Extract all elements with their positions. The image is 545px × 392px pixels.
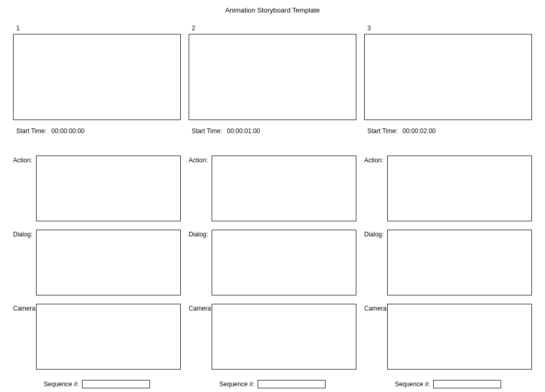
action-input[interactable]	[36, 156, 181, 221]
sequence-row: Sequence #:	[364, 380, 532, 388]
dialog-label: Dialog:	[189, 230, 212, 238]
camera-label: Camera:	[13, 304, 36, 312]
dialog-label: Dialog:	[364, 230, 387, 238]
panel-frame-input[interactable]	[13, 34, 181, 120]
action-input[interactable]	[212, 156, 356, 221]
sequence-input[interactable]	[433, 380, 501, 388]
dialog-row: Dialog:	[364, 230, 532, 295]
storyboard-column-1: 1 Start Time: 00:00:00:00 Action: Dialog…	[13, 25, 181, 388]
dialog-input[interactable]	[36, 230, 181, 295]
storyboard-columns: 1 Start Time: 00:00:00:00 Action: Dialog…	[5, 25, 540, 388]
start-time-value: 00:00:00:00	[51, 127, 84, 135]
action-row: Action:	[364, 156, 532, 221]
panel-frame-input[interactable]	[364, 34, 532, 120]
start-time-label: Start Time:	[367, 127, 398, 135]
start-time-value: 00:00:02:00	[402, 127, 435, 135]
camera-row: Camera:	[13, 304, 181, 370]
panel-number: 3	[367, 25, 532, 32]
dialog-input[interactable]	[387, 230, 532, 295]
storyboard-column-2: 2 Start Time: 00:00:01:00 Action: Dialog…	[189, 25, 356, 388]
panel-frame-input[interactable]	[189, 34, 356, 120]
camera-input[interactable]	[36, 304, 181, 370]
dialog-label: Dialog:	[13, 230, 36, 238]
action-row: Action:	[13, 156, 181, 221]
action-input[interactable]	[387, 156, 532, 221]
dialog-row: Dialog:	[189, 230, 356, 295]
camera-label: Camera:	[189, 304, 212, 312]
action-label: Action:	[364, 156, 387, 164]
start-time-value: 00:00:01:00	[227, 127, 260, 135]
sequence-label: Sequence #:	[44, 381, 79, 388]
dialog-row: Dialog:	[13, 230, 181, 295]
start-time-row: Start Time: 00:00:00:00	[16, 127, 181, 135]
page-title: Animation Storyboard Template	[5, 6, 540, 14]
start-time-row: Start Time: 00:00:01:00	[192, 127, 356, 135]
panel-number: 2	[192, 25, 356, 32]
sequence-row: Sequence #:	[13, 380, 181, 388]
action-label: Action:	[13, 156, 36, 164]
sequence-input[interactable]	[258, 380, 326, 388]
camera-row: Camera:	[364, 304, 532, 370]
start-time-label: Start Time:	[192, 127, 222, 135]
panel-number: 1	[16, 25, 181, 32]
camera-input[interactable]	[387, 304, 532, 370]
sequence-row: Sequence #:	[189, 380, 356, 388]
sequence-input[interactable]	[82, 380, 150, 388]
camera-label: Camera:	[364, 304, 387, 312]
sequence-label: Sequence #:	[219, 381, 254, 388]
camera-row: Camera:	[189, 304, 356, 370]
action-label: Action:	[189, 156, 212, 164]
action-row: Action:	[189, 156, 356, 221]
start-time-label: Start Time:	[16, 127, 47, 135]
sequence-label: Sequence #:	[395, 381, 430, 388]
dialog-input[interactable]	[212, 230, 356, 295]
start-time-row: Start Time: 00:00:02:00	[367, 127, 532, 135]
storyboard-column-3: 3 Start Time: 00:00:02:00 Action: Dialog…	[364, 25, 532, 388]
camera-input[interactable]	[212, 304, 356, 370]
